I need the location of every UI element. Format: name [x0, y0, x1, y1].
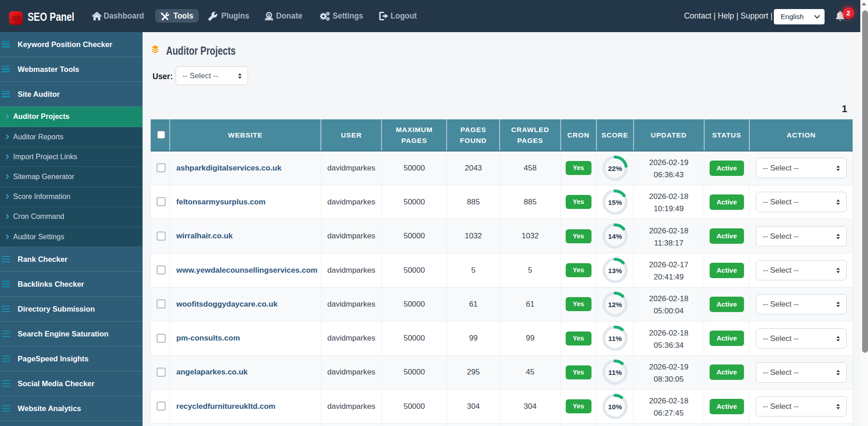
- svg-text:15%: 15%: [608, 198, 622, 206]
- svg-text:$: $: [268, 13, 271, 18]
- svg-text:14%: 14%: [608, 232, 622, 240]
- svg-text:11%: 11%: [608, 335, 621, 342]
- svg-text:10%: 10%: [608, 402, 622, 410]
- svg-text:12%: 12%: [608, 300, 622, 308]
- svg-text:11%: 11%: [608, 369, 621, 376]
- svg-text:13%: 13%: [608, 266, 622, 274]
- svg-text:22%: 22%: [608, 164, 622, 172]
